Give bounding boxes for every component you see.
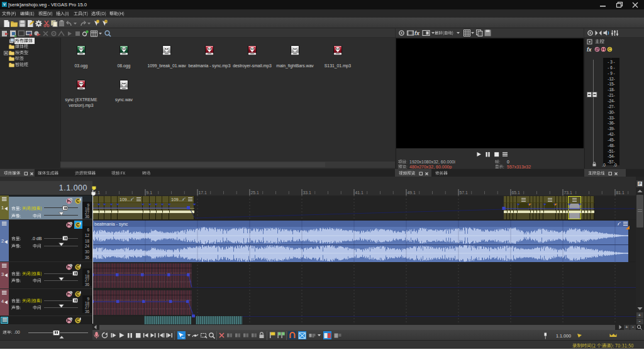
svg-text:P: P xyxy=(638,182,641,186)
